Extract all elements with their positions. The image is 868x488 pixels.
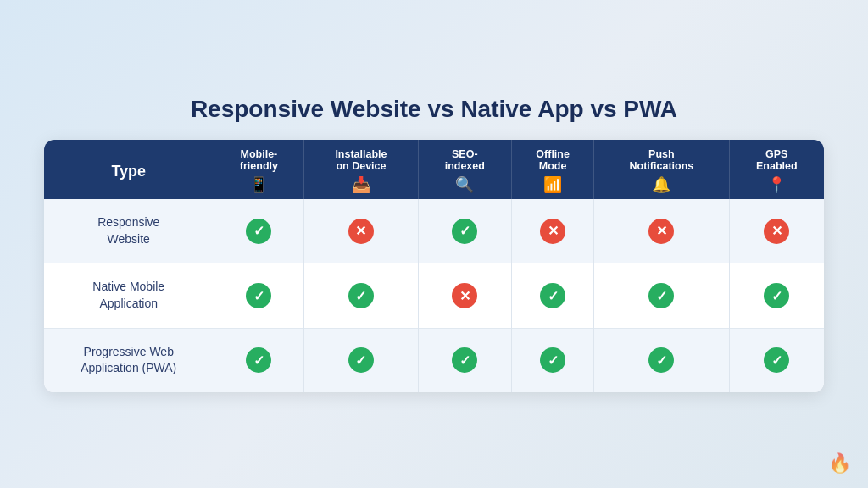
- cell-1-5: ✓: [729, 263, 824, 328]
- check-icon: ✓: [348, 347, 374, 373]
- installable-label: Installableon Device: [335, 148, 387, 172]
- check-icon: ✓: [452, 219, 477, 244]
- check-icon: ✓: [246, 283, 271, 308]
- push-icon: 🔔: [601, 172, 721, 194]
- mobile-label: Mobile-friendly: [240, 148, 278, 172]
- check-icon: ✓: [540, 347, 565, 373]
- cell-0-1: ✕: [304, 199, 418, 263]
- push-label: PushNotifications: [630, 148, 694, 172]
- check-icon: ✓: [348, 283, 374, 308]
- row-label-2: Progressive WebApplication (PWA): [44, 328, 214, 392]
- table-row: ResponsiveWebsite✓✕✓✕✕✕: [44, 199, 824, 263]
- cell-1-2: ✕: [418, 263, 511, 328]
- cell-2-0: ✓: [214, 328, 304, 392]
- cross-icon: ✕: [540, 219, 565, 244]
- cell-0-0: ✓: [214, 199, 304, 263]
- cell-0-2: ✓: [418, 199, 511, 263]
- col-header-seo: SEO-indexed 🔍: [418, 140, 511, 199]
- cell-0-3: ✕: [512, 199, 594, 263]
- row-label-1: Native MobileApplication: [44, 263, 214, 328]
- col-header-installable: Installableon Device 📥: [304, 140, 418, 199]
- cross-icon: ✕: [764, 219, 789, 244]
- col-header-offline: OfflineMode 📶: [512, 140, 594, 199]
- table-row: Native MobileApplication✓✓✕✓✓✓: [44, 263, 824, 328]
- check-icon: ✓: [452, 347, 477, 373]
- offline-label: OfflineMode: [536, 148, 570, 172]
- cell-2-1: ✓: [304, 328, 418, 392]
- row-label-0: ResponsiveWebsite: [44, 199, 214, 263]
- seo-icon: 🔍: [426, 172, 504, 194]
- cell-1-0: ✓: [214, 263, 304, 328]
- install-icon: 📥: [311, 172, 410, 194]
- col-header-mobile: Mobile-friendly 📱: [214, 140, 304, 199]
- check-icon: ✓: [540, 283, 565, 308]
- cell-2-4: ✓: [594, 328, 729, 392]
- col-header-gps: GPSEnabled 📍: [729, 140, 824, 199]
- cross-icon: ✕: [648, 219, 674, 244]
- cell-0-4: ✕: [594, 199, 729, 263]
- type-column-header: Type: [44, 140, 214, 199]
- gps-icon: 📍: [737, 172, 817, 194]
- cross-icon: ✕: [348, 219, 374, 244]
- cell-0-5: ✕: [729, 199, 824, 263]
- gps-label: GPSEnabled: [756, 148, 798, 172]
- watermark-icon: 🔥: [828, 452, 851, 474]
- cell-1-1: ✓: [304, 263, 418, 328]
- cell-1-4: ✓: [594, 263, 729, 328]
- check-icon: ✓: [246, 219, 271, 244]
- cell-1-3: ✓: [512, 263, 594, 328]
- cell-2-5: ✓: [729, 328, 824, 392]
- check-icon: ✓: [764, 347, 789, 373]
- table-row: Progressive WebApplication (PWA)✓✓✓✓✓✓: [44, 328, 824, 392]
- cell-2-3: ✓: [512, 328, 594, 392]
- cell-2-2: ✓: [418, 328, 511, 392]
- seo-label: SEO-indexed: [445, 148, 485, 172]
- page-title: Responsive Website vs Native App vs PWA: [191, 96, 677, 123]
- check-icon: ✓: [648, 283, 674, 308]
- check-icon: ✓: [648, 347, 674, 373]
- check-icon: ✓: [246, 347, 271, 373]
- offline-icon: 📶: [519, 172, 587, 194]
- col-header-push: PushNotifications 🔔: [594, 140, 729, 199]
- comparison-table: Type Mobile-friendly 📱 Installableon Dev…: [44, 140, 824, 392]
- check-icon: ✓: [764, 283, 789, 308]
- cross-icon: ✕: [452, 283, 477, 308]
- mobile-icon: 📱: [221, 172, 298, 194]
